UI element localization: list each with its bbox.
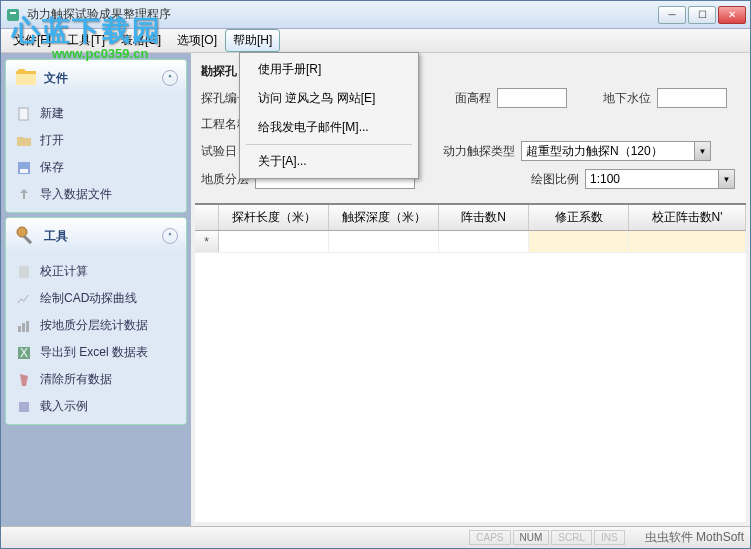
save-icon <box>16 160 32 176</box>
sample-icon <box>16 399 32 415</box>
sidebar-item-excel[interactable]: X导出到 Excel 数据表 <box>8 339 184 366</box>
grid-header: 探杆长度（米） 触探深度（米） 阵击数N 修正系数 校正阵击数N' <box>195 205 746 231</box>
cell-highlighted[interactable] <box>629 231 746 252</box>
app-icon <box>5 7 21 23</box>
cell-highlighted[interactable] <box>529 231 629 252</box>
sidebar-item-save[interactable]: 保存 <box>8 154 184 181</box>
menu-help[interactable]: 帮助[H] <box>225 29 280 52</box>
sidebar-item-open[interactable]: 打开 <box>8 127 184 154</box>
combo-plotscale[interactable]: 1:100 ▼ <box>585 169 735 189</box>
dropdown-arrow-icon[interactable]: ▼ <box>718 170 734 188</box>
titlebar: 动力触探试验成果整理程序 ─ ☐ ✕ <box>1 1 750 29</box>
row-marker[interactable]: * <box>195 231 219 252</box>
chevron-up-icon[interactable]: ˄ <box>162 70 178 86</box>
help-website[interactable]: 访问 逆风之鸟 网站[E] <box>242 84 416 113</box>
data-grid[interactable]: 探杆长度（米） 触探深度（米） 阵击数N 修正系数 校正阵击数N' * <box>195 203 746 522</box>
import-icon <box>16 187 32 203</box>
status-scrl: SCRL <box>551 530 592 545</box>
input-groundwater[interactable] <box>657 88 727 108</box>
sidebar: 文件 ˄ 新建 打开 保存 导入数据文件 工具 ˄ 校正计算 <box>1 53 191 526</box>
combo-probetype[interactable]: 超重型动力触探N（120） ▼ <box>521 141 711 161</box>
panel-tool-title: 工具 <box>44 228 68 245</box>
col-corrected[interactable]: 校正阵击数N' <box>629 205 746 230</box>
svg-rect-0 <box>7 9 19 21</box>
open-icon <box>16 133 32 149</box>
sidebar-item-cad[interactable]: 绘制CAD动探曲线 <box>8 285 184 312</box>
sidebar-item-stats[interactable]: 按地质分层统计数据 <box>8 312 184 339</box>
chart-icon <box>16 291 32 307</box>
menu-file[interactable]: 文件[F] <box>5 29 59 52</box>
stats-icon <box>16 318 32 334</box>
maximize-button[interactable]: ☐ <box>688 6 716 24</box>
label-groundwater: 地下水位 <box>603 90 651 107</box>
svg-rect-4 <box>20 169 28 173</box>
menu-separator <box>246 144 412 145</box>
col-rodlength[interactable]: 探杆长度（米） <box>219 205 329 230</box>
help-dropdown: 使用手册[R] 访问 逆风之鸟 网站[E] 给我发电子邮件[M]... 关于[A… <box>239 52 419 179</box>
svg-rect-9 <box>22 323 25 332</box>
sidebar-item-sample[interactable]: 载入示例 <box>8 393 184 420</box>
help-manual[interactable]: 使用手册[R] <box>242 55 416 84</box>
menu-option[interactable]: 选项[O] <box>169 29 225 52</box>
excel-icon: X <box>16 345 32 361</box>
sidebar-item-new[interactable]: 新建 <box>8 100 184 127</box>
label-testdate: 试验日 <box>201 143 237 160</box>
panel-tool-header[interactable]: 工具 ˄ <box>6 218 186 254</box>
window-title: 动力触探试验成果整理程序 <box>27 6 658 23</box>
statusbar: CAPS NUM SCRL INS 虫虫软件 MothSoft <box>1 526 750 548</box>
new-icon <box>16 106 32 122</box>
svg-rect-10 <box>26 321 29 332</box>
menubar: 文件[F] 工具[T] 表格[G] 选项[O] 帮助[H] 使用手册[R] 访问… <box>1 29 750 53</box>
dropdown-arrow-icon[interactable]: ▼ <box>694 142 710 160</box>
status-num: NUM <box>513 530 550 545</box>
label-plotscale: 绘图比例 <box>531 171 579 188</box>
label-probetype: 动力触探类型 <box>443 143 515 160</box>
svg-rect-6 <box>23 235 32 244</box>
panel-file-header[interactable]: 文件 ˄ <box>6 60 186 96</box>
help-email[interactable]: 给我发电子邮件[M]... <box>242 113 416 142</box>
chevron-up-icon[interactable]: ˄ <box>162 228 178 244</box>
col-correction[interactable]: 修正系数 <box>529 205 629 230</box>
panel-file-title: 文件 <box>44 70 68 87</box>
help-about[interactable]: 关于[A]... <box>242 147 416 176</box>
folder-icon <box>14 66 38 90</box>
sidebar-item-import[interactable]: 导入数据文件 <box>8 181 184 208</box>
col-depth[interactable]: 触探深度（米） <box>329 205 439 230</box>
svg-rect-2 <box>19 108 28 120</box>
calc-icon <box>16 264 32 280</box>
input-elev[interactable] <box>497 88 567 108</box>
menu-tool[interactable]: 工具[T] <box>59 29 113 52</box>
status-brand: 虫虫软件 MothSoft <box>645 529 744 546</box>
col-blowcount[interactable]: 阵击数N <box>439 205 529 230</box>
svg-text:X: X <box>20 346 28 360</box>
tool-icon <box>14 224 38 248</box>
svg-rect-8 <box>18 326 21 332</box>
app-window: 动力触探试验成果整理程序 ─ ☐ ✕ 文件[F] 工具[T] 表格[G] 选项[… <box>0 0 751 549</box>
svg-rect-7 <box>19 266 29 278</box>
menu-table[interactable]: 表格[G] <box>113 29 169 52</box>
grid-row-new[interactable]: * <box>195 231 746 253</box>
sidebar-item-calc[interactable]: 校正计算 <box>8 258 184 285</box>
status-caps: CAPS <box>469 530 510 545</box>
row-selector-header[interactable] <box>195 205 219 230</box>
panel-file: 文件 ˄ 新建 打开 保存 导入数据文件 <box>5 59 187 213</box>
close-button[interactable]: ✕ <box>718 6 746 24</box>
minimize-button[interactable]: ─ <box>658 6 686 24</box>
svg-rect-1 <box>10 12 16 14</box>
panel-tool: 工具 ˄ 校正计算 绘制CAD动探曲线 按地质分层统计数据 X导出到 Excel… <box>5 217 187 425</box>
svg-rect-13 <box>19 402 29 412</box>
sidebar-item-clear[interactable]: 清除所有数据 <box>8 366 184 393</box>
label-elev: 面高程 <box>455 90 491 107</box>
clear-icon <box>16 372 32 388</box>
status-ins: INS <box>594 530 625 545</box>
